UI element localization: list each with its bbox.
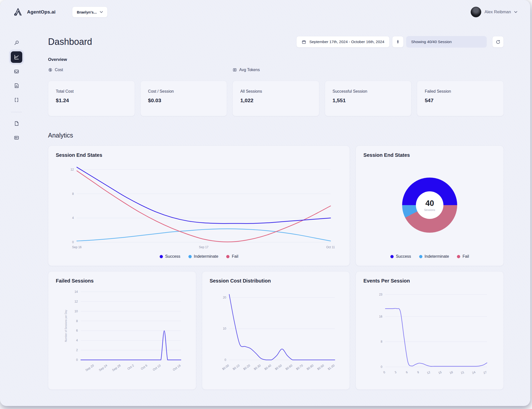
line-chart-icon [14, 54, 20, 60]
top-bar: AgentOps.ai Braelyn's... Alex Reibman [0, 0, 530, 24]
stat-card: Successful Session1,551 [325, 81, 412, 116]
svg-text:27: 27 [483, 370, 487, 375]
svg-text:$0.60: $0.60 [285, 364, 293, 371]
workspace-name: Braelyn's... [77, 10, 97, 14]
showing-sessions-text: Showing 40/40 Session [411, 40, 452, 44]
donut-total: 40 [425, 199, 434, 208]
svg-text:Sep 28: Sep 28 [112, 364, 121, 372]
refresh-icon [496, 40, 500, 44]
svg-text:0: 0 [72, 240, 74, 244]
session-cost-distribution-chart[interactable]: 01020$0.00$0.10$0.20$0.30$0.40$0.50$0.60… [210, 285, 342, 383]
svg-text:$0.50: $0.50 [274, 364, 283, 371]
file-icon [14, 120, 20, 126]
chart-legend: SuccessIndeterminateFail [56, 252, 342, 259]
legend-dot-icon [188, 255, 192, 258]
legend-item[interactable]: Fail [226, 254, 238, 259]
session-cost-distribution-card: Session Cost Distribution 01020$0.00$0.1… [202, 271, 350, 390]
sidebar-item-docs[interactable] [11, 118, 22, 129]
legend-label: Fail [232, 254, 238, 259]
date-range-picker[interactable]: September 17th, 2024 - October 16th, 202… [296, 36, 390, 48]
sidebar [0, 24, 33, 406]
key-card-icon [14, 135, 20, 141]
svg-text:$0.70: $0.70 [295, 364, 304, 371]
stat-card: Cost / Session$0.03 [140, 81, 227, 116]
legend-item[interactable]: Indeterminate [188, 254, 218, 259]
chart-title: Session End States [363, 152, 496, 158]
sidebar-item-sessions[interactable] [11, 66, 22, 77]
legend-item[interactable]: Indeterminate [419, 254, 449, 259]
overview-cards: Total Cost$1.24Cost / Session$0.03All Se… [48, 81, 504, 116]
sidebar-item-projects[interactable] [11, 80, 22, 91]
stat-label: Cost / Session [148, 89, 219, 94]
showing-sessions-badge: Showing 40/40 Session [406, 36, 487, 48]
legend-label: Success [165, 254, 180, 259]
session-end-states-line-chart[interactable]: 04812Sep 16Sep 17Oct 11 [56, 160, 342, 252]
stat-card: All Sessions1,022 [232, 81, 319, 116]
failed-sessions-chart[interactable]: 02468101214Number of Sessions per DaySep… [56, 285, 188, 383]
svg-text:15: 15 [438, 370, 442, 375]
sidebar-item-traces[interactable] [11, 94, 22, 106]
svg-text:10: 10 [75, 310, 78, 313]
svg-text:12: 12 [75, 300, 78, 303]
stat-label: Failed Session [425, 89, 496, 94]
svg-text:$0.40: $0.40 [264, 364, 272, 371]
events-per-session-card: Events Per Session 081623036912151821242… [356, 271, 504, 390]
chart-legend: SuccessIndeterminateFail [363, 252, 496, 259]
chart-title: Session End States [56, 152, 342, 158]
session-end-states-line-card: Session End States 04812Sep 16Sep 17Oct … [48, 146, 350, 266]
avg-tokens-toggle[interactable]: Avg Tokens [232, 68, 260, 72]
svg-text:Sep 24: Sep 24 [98, 364, 108, 372]
session-end-states-donut-chart[interactable]: 40 Sessions [402, 178, 457, 233]
stat-label: Total Cost [56, 89, 127, 94]
legend-item[interactable]: Fail [457, 254, 469, 259]
svg-text:21: 21 [460, 370, 465, 375]
svg-text:0: 0 [224, 358, 226, 362]
sidebar-item-dashboard[interactable] [11, 51, 22, 63]
svg-text:4: 4 [72, 216, 74, 220]
brackets-icon [14, 97, 20, 103]
search-icon [14, 40, 20, 46]
legend-dot-icon [457, 255, 460, 258]
brand: AgentOps.ai [13, 7, 56, 17]
events-per-session-chart[interactable]: 0816230369121518212427 [363, 285, 496, 383]
svg-text:0: 0 [383, 370, 386, 374]
cost-toggle[interactable]: Cost [48, 68, 63, 72]
user-menu[interactable]: Alex Reibman [471, 7, 517, 17]
svg-text:12: 12 [426, 370, 431, 375]
brand-name: AgentOps.ai [27, 9, 56, 15]
stat-label: All Sessions [240, 89, 312, 94]
svg-text:4: 4 [76, 339, 78, 342]
chart-title: Session Cost Distribution [210, 278, 342, 284]
app-window: AgentOps.ai Braelyn's... Alex Reibman [0, 0, 530, 406]
legend-item[interactable]: Success [390, 254, 411, 259]
document-chart-icon [14, 83, 20, 89]
sidebar-item-api-keys[interactable] [11, 132, 22, 144]
filter-button[interactable] [392, 36, 404, 48]
refresh-button[interactable] [492, 36, 504, 48]
legend-dot-icon [390, 255, 394, 258]
avg-tokens-toggle-label: Avg Tokens [239, 68, 260, 72]
analytics-heading: Analytics [48, 132, 504, 139]
main-content: Dashboard September 17th, 2024 - October… [33, 24, 530, 406]
legend-item[interactable]: Success [160, 254, 180, 259]
chevron-down-icon [514, 11, 517, 13]
stat-value: 1,022 [240, 97, 312, 103]
donut-center: 40 Sessions [416, 191, 443, 219]
svg-text:24: 24 [472, 370, 476, 375]
svg-text:14: 14 [75, 290, 78, 294]
svg-text:8: 8 [72, 192, 74, 196]
svg-text:$0.20: $0.20 [242, 364, 251, 371]
workspace-selector[interactable]: Braelyn's... [72, 7, 107, 18]
svg-text:0: 0 [381, 365, 383, 369]
svg-text:$0.90: $0.90 [317, 364, 325, 371]
stat-label: Successful Session [333, 89, 404, 94]
svg-text:$0.30: $0.30 [253, 364, 261, 371]
overview-label: Overview [48, 57, 504, 62]
date-range-value: September 17th, 2024 - October 16th, 202… [309, 40, 384, 44]
svg-text:6: 6 [76, 329, 78, 332]
svg-text:8: 8 [76, 319, 78, 323]
calendar-icon [302, 40, 306, 44]
svg-text:Oct 11: Oct 11 [326, 245, 335, 249]
token-icon [232, 68, 237, 72]
sidebar-item-search[interactable] [11, 37, 22, 49]
